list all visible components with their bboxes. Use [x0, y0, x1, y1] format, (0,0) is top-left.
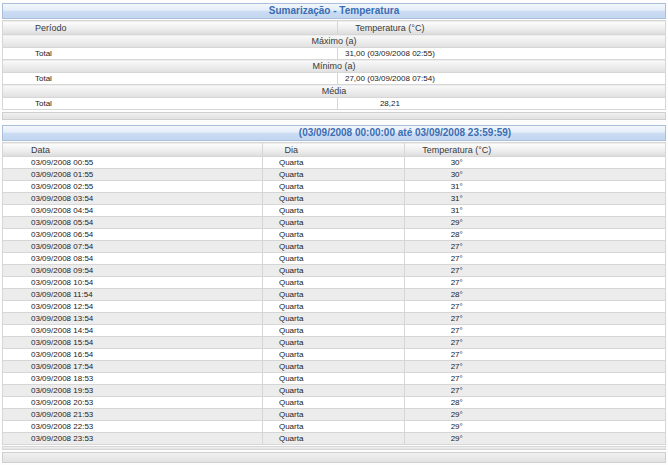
detail-table: Data Dia Temperatura (°C) 03/09/2008 00:… [2, 142, 666, 445]
detail-day-cell: Quarta [262, 241, 405, 253]
detail-row: 03/09/2008 14:54 Quarta 27° [3, 325, 666, 337]
summary-data-row-maximo: Total 31,00 (03/09/2008 02:55) [3, 48, 666, 60]
summary-data-row-media: Total 28,21 [3, 98, 666, 110]
detail-day-cell: Quarta [262, 325, 405, 337]
detail-date-cell: 03/09/2008 00:55 [3, 157, 263, 169]
detail-date-cell: 03/09/2008 11:54 [3, 289, 263, 301]
detail-row: 03/09/2008 13:54 Quarta 27° [3, 313, 666, 325]
summary-header-row: Período Temperatura (°C) [3, 21, 666, 35]
detail-temp-cell: 27° [405, 385, 666, 397]
detail-row: 03/09/2008 07:54 Quarta 27° [3, 241, 666, 253]
detail-day-cell: Quarta [262, 265, 405, 277]
summary-footer-strip [2, 112, 666, 120]
detail-temp-cell: 29° [405, 409, 666, 421]
detail-day-cell: Quarta [262, 289, 405, 301]
summary-title: Sumarização - Temperatura [269, 5, 399, 16]
detail-footer-strip [2, 452, 666, 463]
detail-col-header-dia: Dia [262, 143, 405, 157]
detail-title-bar: (03/09/2008 00:00:00 até 03/09/2008 23:5… [2, 125, 666, 141]
detail-date-cell: 03/09/2008 03:54 [3, 193, 263, 205]
detail-temp-cell: 27° [405, 337, 666, 349]
detail-day-cell: Quarta [262, 385, 405, 397]
detail-title: (03/09/2008 00:00:00 até 03/09/2008 23:5… [299, 127, 511, 138]
detail-temp-cell: 27° [405, 325, 666, 337]
summary-avg-value: 28,21 [337, 98, 665, 110]
detail-date-cell: 03/09/2008 10:54 [3, 277, 263, 289]
detail-date-cell: 03/09/2008 23:53 [3, 433, 263, 445]
summary-section-row-media: Média [3, 85, 666, 98]
detail-date-cell: 03/09/2008 08:54 [3, 253, 263, 265]
detail-temp-cell: 27° [405, 241, 666, 253]
detail-col-header-data: Data [3, 143, 263, 157]
detail-date-cell: 03/09/2008 09:54 [3, 265, 263, 277]
detail-row: 03/09/2008 00:55 Quarta 30° [3, 157, 666, 169]
detail-row: 03/09/2008 11:54 Quarta 28° [3, 289, 666, 301]
detail-day-cell: Quarta [262, 253, 405, 265]
detail-date-cell: 03/09/2008 20:53 [3, 397, 263, 409]
detail-day-cell: Quarta [262, 373, 405, 385]
detail-date-cell: 03/09/2008 13:54 [3, 313, 263, 325]
summary-total-label: Total [3, 73, 338, 85]
detail-header-row: Data Dia Temperatura (°C) [3, 143, 666, 157]
detail-table-body: 03/09/2008 00:55 Quarta 30° 03/09/2008 0… [3, 157, 666, 445]
detail-row: 03/09/2008 10:54 Quarta 27° [3, 277, 666, 289]
detail-row: 03/09/2008 22:53 Quarta 29° [3, 421, 666, 433]
detail-temp-cell: 31° [405, 205, 666, 217]
detail-row: 03/09/2008 17:54 Quarta 27° [3, 361, 666, 373]
summary-section-label-minimo: Mínimo (a) [3, 60, 666, 73]
detail-day-cell: Quarta [262, 301, 405, 313]
summary-col-header-temperatura: Temperatura (°C) [337, 21, 665, 35]
summary-panel: Sumarização - Temperatura Período Temper… [2, 3, 666, 120]
summary-max-value: 31,00 (03/09/2008 02:55) [337, 48, 665, 60]
detail-row: 03/09/2008 23:53 Quarta 29° [3, 433, 666, 445]
detail-day-cell: Quarta [262, 277, 405, 289]
detail-row: 03/09/2008 21:53 Quarta 29° [3, 409, 666, 421]
detail-day-cell: Quarta [262, 169, 405, 181]
summary-total-label: Total [3, 48, 338, 60]
summary-section-row-minimo: Mínimo (a) [3, 60, 666, 73]
detail-panel: (03/09/2008 00:00:00 até 03/09/2008 23:5… [2, 125, 666, 463]
detail-date-cell: 03/09/2008 17:54 [3, 361, 263, 373]
detail-row: 03/09/2008 12:54 Quarta 27° [3, 301, 666, 313]
detail-footer-strip-thin [2, 446, 666, 450]
detail-temp-cell: 29° [405, 217, 666, 229]
detail-row: 03/09/2008 03:54 Quarta 31° [3, 193, 666, 205]
detail-row: 03/09/2008 06:54 Quarta 28° [3, 229, 666, 241]
detail-date-cell: 03/09/2008 15:54 [3, 337, 263, 349]
detail-date-cell: 03/09/2008 05:54 [3, 217, 263, 229]
detail-temp-cell: 27° [405, 373, 666, 385]
summary-section-row-maximo: Máximo (a) [3, 35, 666, 48]
detail-day-cell: Quarta [262, 409, 405, 421]
detail-day-cell: Quarta [262, 397, 405, 409]
detail-date-cell: 03/09/2008 18:53 [3, 373, 263, 385]
detail-day-cell: Quarta [262, 349, 405, 361]
detail-date-cell: 03/09/2008 04:54 [3, 205, 263, 217]
summary-data-row-minimo: Total 27,00 (03/09/2008 07:54) [3, 73, 666, 85]
summary-min-value: 27,00 (03/09/2008 07:54) [337, 73, 665, 85]
detail-temp-cell: 28° [405, 397, 666, 409]
detail-col-header-temperatura: Temperatura (°C) [405, 143, 666, 157]
detail-temp-cell: 27° [405, 265, 666, 277]
detail-row: 03/09/2008 19:53 Quarta 27° [3, 385, 666, 397]
detail-row: 03/09/2008 08:54 Quarta 27° [3, 253, 666, 265]
detail-row: 03/09/2008 16:54 Quarta 27° [3, 349, 666, 361]
detail-day-cell: Quarta [262, 337, 405, 349]
detail-row: 03/09/2008 01:55 Quarta 30° [3, 169, 666, 181]
summary-table: Período Temperatura (°C) Máximo (a) Tota… [2, 20, 666, 110]
summary-total-label: Total [3, 98, 338, 110]
detail-date-cell: 03/09/2008 14:54 [3, 325, 263, 337]
detail-temp-cell: 27° [405, 277, 666, 289]
detail-date-cell: 03/09/2008 02:55 [3, 181, 263, 193]
detail-day-cell: Quarta [262, 421, 405, 433]
detail-date-cell: 03/09/2008 21:53 [3, 409, 263, 421]
detail-day-cell: Quarta [262, 181, 405, 193]
detail-temp-cell: 28° [405, 289, 666, 301]
detail-row: 03/09/2008 15:54 Quarta 27° [3, 337, 666, 349]
detail-row: 03/09/2008 04:54 Quarta 31° [3, 205, 666, 217]
detail-day-cell: Quarta [262, 433, 405, 445]
detail-temp-cell: 30° [405, 157, 666, 169]
detail-temp-cell: 27° [405, 361, 666, 373]
summary-title-bar: Sumarização - Temperatura [2, 3, 666, 19]
detail-row: 03/09/2008 02:55 Quarta 31° [3, 181, 666, 193]
detail-row: 03/09/2008 05:54 Quarta 29° [3, 217, 666, 229]
